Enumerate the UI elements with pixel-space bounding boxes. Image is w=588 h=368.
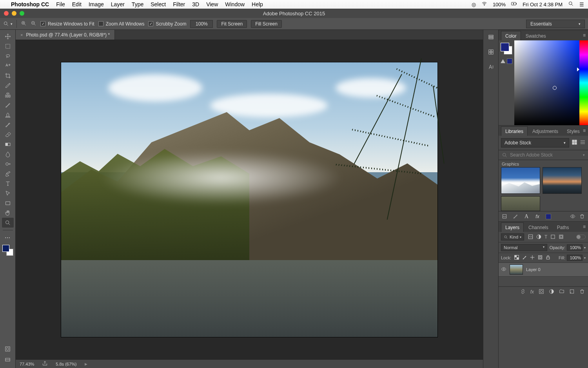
document-canvas[interactable] xyxy=(61,62,437,337)
layer-filter-kind-dropdown[interactable]: Kind▾ xyxy=(501,233,524,240)
library-grid-view-icon[interactable] xyxy=(572,139,577,146)
tab-swatches[interactable]: Swatches xyxy=(522,31,550,40)
zoom-out-icon[interactable] xyxy=(31,20,36,27)
blend-mode-dropdown[interactable]: Normal▾ xyxy=(501,244,547,251)
layers-panel-menu-icon[interactable]: ≡ xyxy=(583,224,586,230)
notification-center-icon[interactable]: ☰ xyxy=(579,2,584,7)
window-zoom-button[interactable] xyxy=(20,11,24,16)
gamut-color-swatch[interactable] xyxy=(507,58,512,64)
menubar-datetime[interactable]: Fri Oct 2 4:38 PM xyxy=(523,2,563,7)
zoom-tool[interactable] xyxy=(2,218,14,228)
lock-transparency-icon[interactable] xyxy=(514,255,519,261)
hue-slider[interactable] xyxy=(579,40,588,125)
menu-window[interactable]: Window xyxy=(225,1,245,7)
library-graphic-2[interactable] xyxy=(543,167,582,194)
library-delete-icon[interactable] xyxy=(579,214,585,219)
tab-paths[interactable]: Paths xyxy=(553,223,573,232)
workspace-switcher[interactable]: Essentials▾ xyxy=(526,20,585,28)
status-zoom[interactable]: 77.43% xyxy=(20,362,34,366)
history-brush-tool[interactable] xyxy=(2,120,14,129)
filter-type-layers-icon[interactable]: T xyxy=(544,234,547,240)
battery-icon[interactable] xyxy=(511,1,517,8)
opacity-field[interactable] xyxy=(567,244,583,251)
library-list-view-icon[interactable] xyxy=(580,139,586,146)
color-panel-menu-icon[interactable]: ≡ xyxy=(583,33,586,38)
add-brush-icon[interactable] xyxy=(513,214,518,219)
menu-help[interactable]: Help xyxy=(252,1,263,7)
move-tool[interactable] xyxy=(2,31,14,41)
zoom-all-windows-checkbox[interactable]: Zoom All Windows xyxy=(98,21,145,27)
eraser-tool[interactable] xyxy=(2,129,14,139)
library-graphic-3[interactable] xyxy=(501,196,540,211)
add-graphic-icon[interactable] xyxy=(502,214,507,219)
library-visibility-icon[interactable] xyxy=(570,214,575,219)
rectangle-tool[interactable] xyxy=(2,198,14,208)
zoom-level-field[interactable]: 100% xyxy=(190,20,213,28)
lock-all-icon[interactable] xyxy=(546,255,550,261)
add-layer-style-icon[interactable]: fx xyxy=(535,214,540,219)
lock-artboard-icon[interactable] xyxy=(538,255,543,261)
tab-adjustments[interactable]: Adjustments xyxy=(528,127,562,136)
brush-tool[interactable] xyxy=(2,100,14,110)
quick-selection-tool[interactable] xyxy=(2,61,14,71)
menu-filter[interactable]: Filter xyxy=(173,1,185,7)
new-layer-icon[interactable] xyxy=(569,289,575,295)
rectangular-marquee-tool[interactable] xyxy=(2,41,14,51)
eyedropper-tool[interactable] xyxy=(2,80,14,90)
layer-group-icon[interactable] xyxy=(559,289,564,295)
tab-libraries[interactable]: Libraries xyxy=(501,126,528,136)
tab-layers[interactable]: Layers xyxy=(501,222,524,232)
menu-type[interactable]: Type xyxy=(132,1,143,7)
adjustment-layer-icon[interactable] xyxy=(549,289,554,295)
gradient-tool[interactable] xyxy=(2,139,14,149)
quick-mask-toggle[interactable] xyxy=(5,346,11,353)
wifi-icon[interactable] xyxy=(481,1,487,8)
fit-screen-button[interactable]: Fit Screen xyxy=(217,20,247,28)
menu-image[interactable]: Image xyxy=(89,1,104,7)
filter-shape-layers-icon[interactable] xyxy=(550,234,555,240)
menu-layer[interactable]: Layer xyxy=(111,1,125,7)
app-menu[interactable]: Photoshop CC xyxy=(11,1,49,7)
type-tool[interactable] xyxy=(2,179,14,188)
tab-styles[interactable]: Styles xyxy=(563,127,584,136)
properties-panel-icon[interactable] xyxy=(486,48,495,56)
lasso-tool[interactable] xyxy=(2,51,14,61)
tab-channels[interactable]: Channels xyxy=(524,223,552,232)
screen-mode-toggle[interactable] xyxy=(5,357,11,364)
library-graphic-1[interactable] xyxy=(501,167,540,194)
clone-stamp-tool[interactable] xyxy=(2,110,14,120)
current-tool-indicator[interactable]: ▾ xyxy=(3,21,13,27)
status-share-icon[interactable] xyxy=(42,361,48,367)
layer-thumbnail[interactable] xyxy=(510,264,523,275)
blur-tool[interactable] xyxy=(2,149,14,159)
lock-image-icon[interactable] xyxy=(522,255,527,261)
scrubby-zoom-checkbox[interactable]: ✓Scrubby Zoom xyxy=(148,21,186,27)
gamut-warning-icon[interactable] xyxy=(501,59,505,63)
layer-mask-icon[interactable] xyxy=(539,289,544,295)
crop-tool[interactable] xyxy=(2,71,14,80)
link-layers-icon[interactable] xyxy=(520,289,526,295)
library-search-row[interactable]: Search Adobe Stock ▾ xyxy=(499,150,588,160)
layer-name[interactable]: Layer 0 xyxy=(526,267,541,272)
canvas-viewport[interactable] xyxy=(16,40,483,359)
character-panel-icon[interactable] xyxy=(486,63,495,71)
filter-adjustment-layers-icon[interactable] xyxy=(536,234,541,240)
spotlight-icon[interactable] xyxy=(568,1,574,8)
delete-layer-icon[interactable] xyxy=(579,289,585,295)
layer-item[interactable]: Layer 0 xyxy=(499,263,588,277)
layer-visibility-icon[interactable] xyxy=(501,266,506,273)
pen-tool[interactable] xyxy=(2,169,14,179)
window-close-button[interactable] xyxy=(4,11,9,16)
dodge-tool[interactable] xyxy=(2,159,14,169)
foreground-background-colors[interactable] xyxy=(2,245,13,256)
filter-pixel-layers-icon[interactable] xyxy=(528,234,533,240)
creative-cloud-icon[interactable]: ◎ xyxy=(472,2,476,7)
edit-toolbar-button[interactable]: ⋯ xyxy=(2,233,14,242)
zoom-in-icon[interactable] xyxy=(21,20,27,27)
menu-edit[interactable]: Edit xyxy=(72,1,82,7)
menu-select[interactable]: Select xyxy=(151,1,166,7)
add-color-icon[interactable] xyxy=(546,214,551,219)
menu-3d[interactable]: 3D xyxy=(192,1,199,7)
lock-position-icon[interactable] xyxy=(530,255,535,261)
hand-tool[interactable] xyxy=(2,208,14,218)
